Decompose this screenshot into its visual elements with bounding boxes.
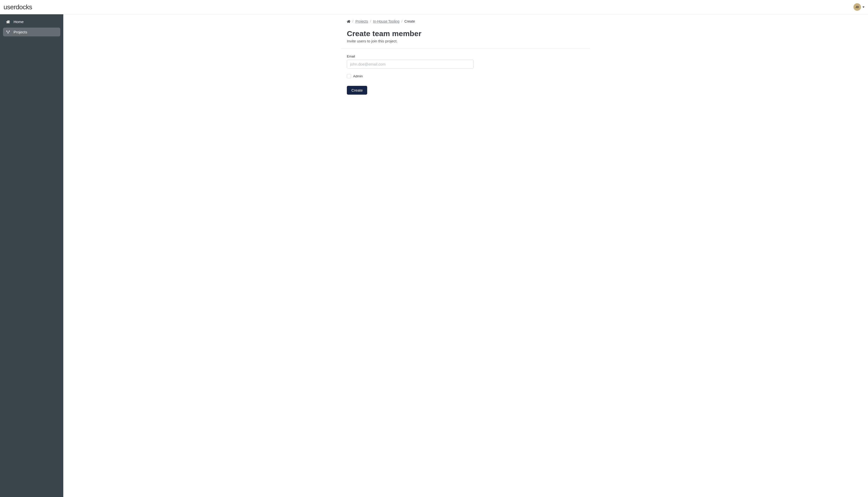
breadcrumb-home-icon[interactable] bbox=[347, 20, 350, 23]
breadcrumb-separator: / bbox=[370, 19, 371, 23]
breadcrumb-separator: / bbox=[401, 19, 402, 23]
divider bbox=[341, 48, 590, 48]
page-subtitle: Invite users to join this project. bbox=[347, 39, 585, 43]
svg-rect-1 bbox=[9, 31, 10, 31]
page-title: Create team member bbox=[347, 29, 585, 38]
email-label: Email bbox=[347, 55, 585, 58]
projects-icon bbox=[6, 30, 10, 34]
home-icon bbox=[6, 20, 10, 24]
breadcrumb-link-project-name[interactable]: In-House Tooling bbox=[373, 19, 399, 23]
breadcrumb-current: Create bbox=[404, 19, 415, 23]
sidebar-item-projects[interactable]: Projects bbox=[3, 28, 60, 37]
sidebar-item-label: Projects bbox=[14, 30, 27, 34]
breadcrumb-separator: / bbox=[352, 19, 353, 23]
email-input[interactable] bbox=[347, 60, 474, 69]
svg-rect-2 bbox=[8, 33, 8, 33]
sidebar-item-label: Home bbox=[14, 19, 24, 24]
brand-logo[interactable]: userdocks bbox=[3, 3, 32, 11]
avatar: JD bbox=[853, 3, 861, 11]
topbar: userdocks JD bbox=[0, 0, 868, 14]
caret-down-icon bbox=[863, 6, 865, 8]
breadcrumb-link-projects[interactable]: Projects bbox=[355, 19, 368, 23]
create-button[interactable]: Create bbox=[347, 86, 367, 95]
user-menu[interactable]: JD bbox=[853, 3, 865, 11]
breadcrumb: / Projects / In-House Tooling / Create bbox=[347, 19, 585, 23]
admin-checkbox[interactable] bbox=[347, 74, 351, 78]
admin-checkbox-label[interactable]: Admin bbox=[353, 74, 363, 78]
main-content: / Projects / In-House Tooling / Create C… bbox=[63, 14, 868, 497]
sidebar: Home Projects bbox=[0, 14, 63, 497]
svg-rect-0 bbox=[6, 31, 7, 31]
sidebar-item-home[interactable]: Home bbox=[3, 17, 60, 26]
